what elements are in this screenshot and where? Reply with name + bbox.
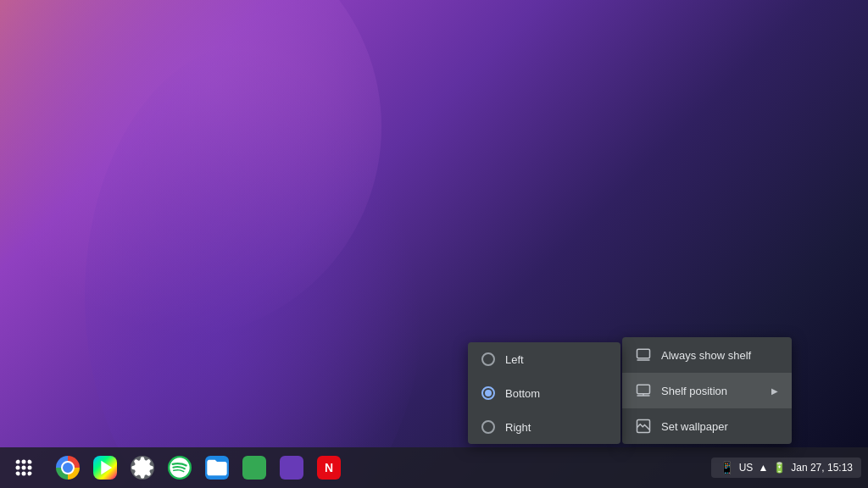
shelf-position-submenu: Left Bottom Right — [468, 342, 620, 444]
svg-point-14 — [28, 472, 32, 476]
chrome-icon — [56, 456, 80, 480]
shelf-app-files[interactable] — [200, 451, 234, 485]
shelf-position-left[interactable]: Left — [468, 342, 620, 376]
shelf-right: 📱 US ▲ 🔋 Jan 27, 15:13 — [711, 458, 868, 478]
svg-rect-2 — [637, 385, 650, 394]
settings-icon — [131, 456, 154, 480]
shelf-left — [0, 451, 44, 485]
spotify-icon — [168, 456, 192, 480]
svg-point-10 — [22, 466, 26, 470]
svg-rect-0 — [637, 349, 650, 358]
shelf-app-chrome[interactable] — [51, 451, 85, 485]
datetime-label: Jan 27, 15:13 — [791, 462, 853, 474]
radio-right — [481, 420, 495, 434]
shelf-app-spotify[interactable] — [163, 451, 197, 485]
play-store-icon — [93, 456, 117, 480]
svg-point-9 — [16, 466, 20, 470]
files-icon — [205, 456, 229, 480]
svg-point-11 — [28, 466, 32, 470]
svg-point-7 — [22, 460, 26, 464]
set-wallpaper-label: Set wallpaper — [661, 420, 728, 433]
cellular-icon: 📱 — [720, 461, 734, 474]
generic-icon-1 — [242, 456, 266, 480]
launcher-button[interactable] — [7, 451, 41, 485]
battery-icon: 🔋 — [773, 462, 786, 474]
shelf-context-menu: Always show shelf Shelf position ▶ — [622, 337, 792, 444]
shelf-app-generic1[interactable] — [237, 451, 271, 485]
svg-point-13 — [22, 472, 26, 476]
shelf-position-right-label: Right — [505, 421, 531, 434]
menu-item-set-wallpaper[interactable]: Set wallpaper — [622, 408, 792, 444]
wifi-icon: ▲ — [758, 462, 768, 474]
set-wallpaper-icon — [636, 419, 651, 434]
netflix-icon: N — [317, 456, 341, 480]
shelf-position-arrow: ▶ — [771, 386, 778, 396]
desktop: Left Bottom Right Always show shelf — [0, 0, 868, 488]
menu-item-shelf-position[interactable]: Shelf position ▶ — [622, 373, 792, 408]
always-show-shelf-icon — [636, 347, 651, 363]
shelf-position-right[interactable]: Right — [468, 410, 620, 444]
shelf-app-generic2[interactable] — [275, 451, 309, 485]
shelf-position-label: Shelf position — [661, 385, 727, 397]
shelf-app-netflix[interactable]: N — [312, 451, 346, 485]
status-area[interactable]: 📱 US ▲ 🔋 Jan 27, 15:13 — [711, 458, 861, 478]
shelf-app-settings[interactable] — [125, 451, 159, 485]
shelf-app-playstore[interactable] — [88, 451, 122, 485]
shelf-apps: N — [44, 451, 711, 485]
generic-icon-2 — [280, 456, 303, 480]
shelf: N 📱 US ▲ 🔋 Jan 27, 15:13 — [0, 447, 868, 488]
network-label: US — [739, 462, 754, 474]
always-show-shelf-label: Always show shelf — [661, 349, 751, 362]
svg-point-12 — [16, 472, 20, 476]
network-indicator: US — [739, 462, 754, 474]
radio-bottom — [481, 386, 495, 400]
svg-point-6 — [16, 460, 20, 464]
shelf-position-bottom[interactable]: Bottom — [468, 376, 620, 410]
radio-left — [481, 352, 495, 366]
shelf-position-icon — [636, 383, 651, 398]
shelf-position-left-label: Left — [505, 353, 524, 366]
shelf-position-bottom-label: Bottom — [505, 387, 540, 400]
menu-item-always-show-shelf[interactable]: Always show shelf — [622, 337, 792, 373]
svg-point-8 — [28, 460, 32, 464]
